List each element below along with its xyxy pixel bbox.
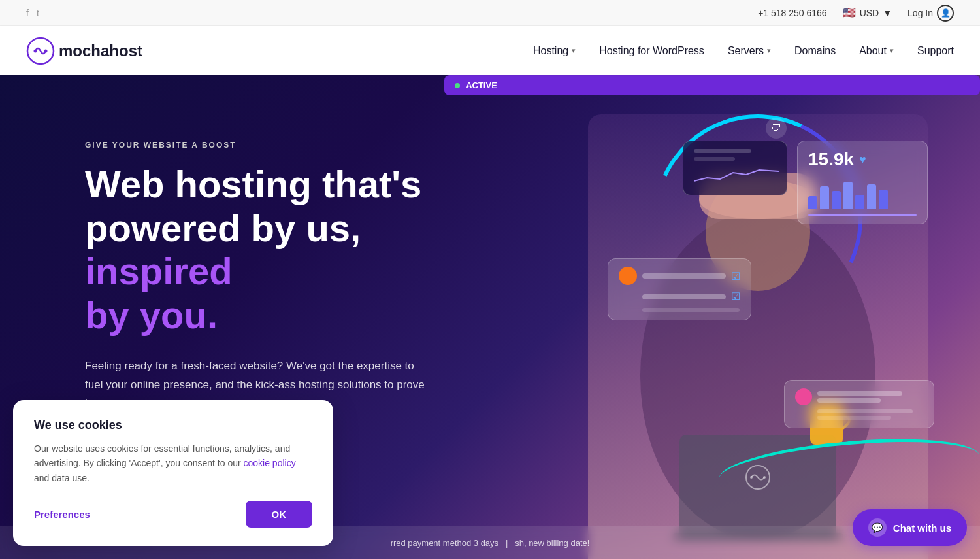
msg-extra — [817, 409, 923, 420]
nav-domains[interactable]: Domains — [794, 45, 836, 57]
active-label: ACTIVE — [466, 80, 497, 90]
cookie-banner: We use cookies Our website uses cookies … — [13, 400, 333, 546]
logo[interactable]: mochahost — [26, 37, 142, 65]
hero-title-line3: by you — [85, 294, 207, 336]
bar-5 — [855, 195, 864, 209]
social-links: f t — [26, 8, 39, 18]
hero-period: . — [207, 294, 218, 336]
user-icon: 👤 — [937, 5, 954, 22]
bar-6 — [867, 184, 876, 209]
form-card: ☑ ☑ — [608, 258, 751, 320]
nav-support-label: Support — [917, 45, 954, 57]
main-nav: Hosting ▾ Hosting for WordPress Servers … — [533, 45, 954, 57]
topbar: f t +1 518 250 6166 🇺🇸 USD ▼ Log In 👤 — [0, 0, 980, 26]
chevron-icon: ▾ — [890, 46, 894, 55]
active-dot — [455, 83, 460, 88]
cookie-actions: Preferences OK — [34, 501, 312, 528]
flag-icon: 🇺🇸 — [843, 7, 856, 19]
bar-2 — [820, 186, 829, 209]
shield-icon: 🛡 — [766, 118, 787, 139]
chat-label: Chat with us — [893, 522, 951, 534]
stat-number: 15.9k — [808, 149, 854, 170]
form-field-2 — [642, 294, 726, 299]
msg-line-4 — [817, 416, 891, 420]
hero-subtitle: GIVE YOUR WEBSITE A BOOST — [85, 141, 477, 150]
logo-text: mochahost — [59, 42, 142, 60]
msg-avatar — [795, 388, 812, 405]
cookie-body: Our website uses cookies for essential f… — [34, 441, 312, 485]
hero-title-line1: Web hosting that's — [85, 163, 421, 205]
chevron-icon: ▾ — [767, 46, 771, 55]
bar-7 — [879, 190, 888, 209]
msg-line-3 — [817, 409, 913, 413]
nav-about-label: About — [859, 45, 887, 57]
heart-icon: ♥ — [859, 153, 866, 167]
nav-servers-label: Servers — [728, 45, 764, 57]
currency-label: USD — [860, 8, 879, 18]
msg-lines — [817, 391, 923, 403]
bar-chart — [808, 177, 917, 209]
bar-4 — [843, 182, 853, 209]
chat-icon: 💬 — [868, 518, 887, 537]
form-field-3 — [642, 308, 740, 312]
message-card — [784, 380, 934, 428]
check-icon-2: ☑ — [731, 290, 740, 303]
notification-text: rred payment method 3 days | sh, new bil… — [391, 538, 590, 548]
notification-text-2: sh, new billing date! — [515, 538, 589, 548]
svg-point-2 — [44, 49, 48, 52]
facebook-icon[interactable]: f — [26, 8, 29, 18]
nav-support[interactable]: Support — [917, 45, 954, 57]
bar-3 — [832, 191, 841, 209]
nav-servers[interactable]: Servers ▾ — [728, 45, 771, 57]
header: mochahost Hosting ▾ Hosting for WordPres… — [0, 26, 980, 75]
logo-icon — [26, 37, 55, 65]
ok-button[interactable]: OK — [246, 501, 313, 528]
login-button[interactable]: Log In 👤 — [907, 5, 954, 22]
mini-chart — [694, 165, 779, 184]
form-field-1 — [642, 273, 726, 279]
msg-row-1 — [795, 388, 923, 405]
chat-button[interactable]: 💬 Chat with us — [853, 509, 967, 546]
stats-card: 15.9k ♥ — [797, 141, 928, 224]
nav-wordpress[interactable]: Hosting for WordPress — [599, 45, 704, 57]
svg-point-1 — [34, 49, 37, 52]
nav-wordpress-label: Hosting for WordPress — [599, 45, 704, 57]
nav-about[interactable]: About ▾ — [859, 45, 894, 57]
form-avatar — [619, 267, 637, 285]
hero-title-highlight: inspired — [85, 250, 233, 292]
hero-title-line2: powered by us, — [85, 207, 361, 249]
nav-hosting[interactable]: Hosting ▾ — [533, 45, 576, 57]
nav-domains-label: Domains — [794, 45, 836, 57]
hero-title: Web hosting that's powered by us, inspir… — [85, 163, 477, 337]
twitter-icon[interactable]: t — [37, 8, 39, 18]
phone-number[interactable]: +1 518 250 6166 — [758, 8, 827, 18]
cookie-policy-link[interactable]: cookie policy — [244, 458, 296, 468]
msg-line-1 — [817, 391, 902, 396]
chart-line-1 — [694, 149, 751, 153]
form-row-2: ☑ — [619, 290, 740, 303]
nav-hosting-label: Hosting — [533, 45, 568, 57]
hero-visual: 🛡 15.9k ♥ — [444, 75, 980, 559]
login-label: Log In — [907, 8, 933, 18]
chevron-down-icon: ▼ — [883, 8, 892, 18]
cookie-title: We use cookies — [34, 418, 312, 432]
notification-text-1: rred payment method 3 days — [391, 538, 498, 548]
currency-selector[interactable]: 🇺🇸 USD ▼ — [843, 7, 892, 19]
chart-card — [683, 141, 787, 195]
check-icon: ☑ — [731, 270, 740, 282]
msg-line-2 — [817, 398, 881, 403]
chart-line-2 — [694, 157, 735, 161]
trend-line — [808, 214, 917, 216]
active-badge: ACTIVE — [444, 75, 980, 95]
form-row-1: ☑ — [619, 267, 740, 285]
bar-1 — [808, 196, 817, 209]
chevron-icon: ▾ — [572, 46, 576, 55]
preferences-button[interactable]: Preferences — [34, 509, 90, 520]
cookie-body-end: and data use. — [34, 473, 90, 483]
